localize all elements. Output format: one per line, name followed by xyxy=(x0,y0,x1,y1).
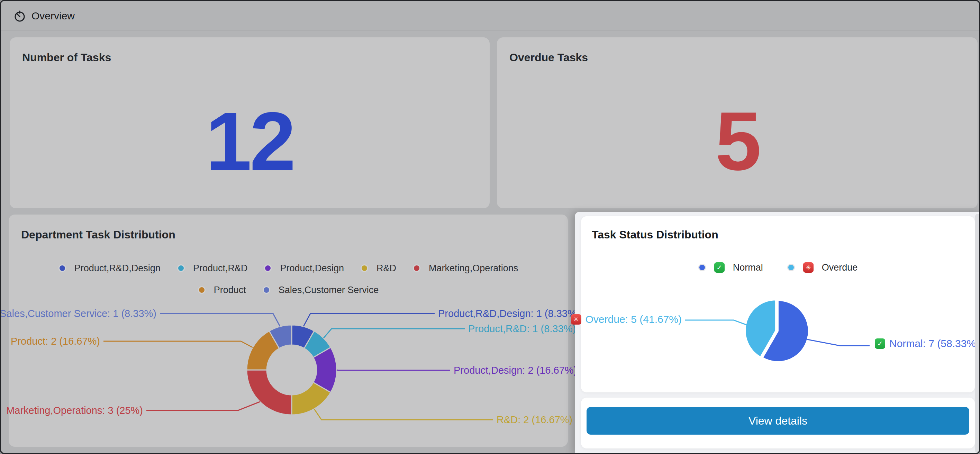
top-bar: Overview xyxy=(1,1,979,31)
number-of-tasks-card: Number of Tasks 12 xyxy=(10,37,490,208)
siren-icon: ✳ xyxy=(571,314,581,325)
donut-callout-sales-customer-service: Sales,Customer Service: 1 (8.33%) xyxy=(0,309,156,319)
number-of-tasks-value: 12 xyxy=(10,100,490,183)
view-details-card: View details xyxy=(581,398,975,448)
pie-callout-label: Normal: 7 (58.33%) xyxy=(889,338,979,349)
pie-callout-label: Overdue: 5 (41.67%) xyxy=(585,314,682,325)
callout-line xyxy=(807,339,870,346)
app-window: Overview Number of Tasks 12 Overdue Task… xyxy=(0,0,980,454)
department-task-distribution-card: Department Task Distribution Product,R&D… xyxy=(9,215,568,447)
callout-line xyxy=(685,320,747,325)
donut-callout-product-r-d: Product,R&D: 1 (8.33%) xyxy=(468,324,576,334)
card-title: Number of Tasks xyxy=(22,51,111,64)
card-title: Overdue Tasks xyxy=(509,51,588,64)
page-title: Overview xyxy=(32,10,75,22)
pie-callout-normal: ✓Normal: 7 (58.33%) xyxy=(875,338,979,349)
task-status-panel: Task Status Distribution ✓Normal✳Overdue… xyxy=(575,212,980,454)
task-status-distribution-card: Task Status Distribution ✓Normal✳Overdue… xyxy=(581,216,975,392)
overdue-tasks-card: Overdue Tasks 5 xyxy=(497,37,978,208)
donut-segment-marketing-operations[interactable] xyxy=(247,370,292,415)
pie-callout-overdue: ✳Overdue: 5 (41.67%) xyxy=(571,314,682,325)
overdue-tasks-value: 5 xyxy=(497,100,978,183)
donut-callout-r-d: R&D: 2 (16.67%) xyxy=(496,415,572,425)
callout-line xyxy=(337,370,450,370)
donut-callout-marketing-operations: Marketing,Operations: 3 (25%) xyxy=(6,406,143,416)
callout-line xyxy=(314,409,493,420)
callout-line xyxy=(304,314,434,326)
check-icon: ✓ xyxy=(875,338,885,349)
scrollbar-track[interactable] xyxy=(975,214,980,453)
callout-line xyxy=(323,329,465,338)
view-details-button[interactable]: View details xyxy=(587,407,969,435)
pie-chart xyxy=(581,216,975,392)
callout-line xyxy=(103,341,253,347)
callout-line xyxy=(160,314,280,326)
timer-icon xyxy=(13,10,26,22)
donut-callout-product-r-d-design: Product,R&D,Design: 1 (8.33%) xyxy=(438,309,580,319)
callout-line xyxy=(146,402,260,410)
donut-callout-product-design: Product,Design: 2 (16.67%) xyxy=(453,365,577,376)
donut-callout-product: Product: 2 (16.67%) xyxy=(11,336,100,346)
